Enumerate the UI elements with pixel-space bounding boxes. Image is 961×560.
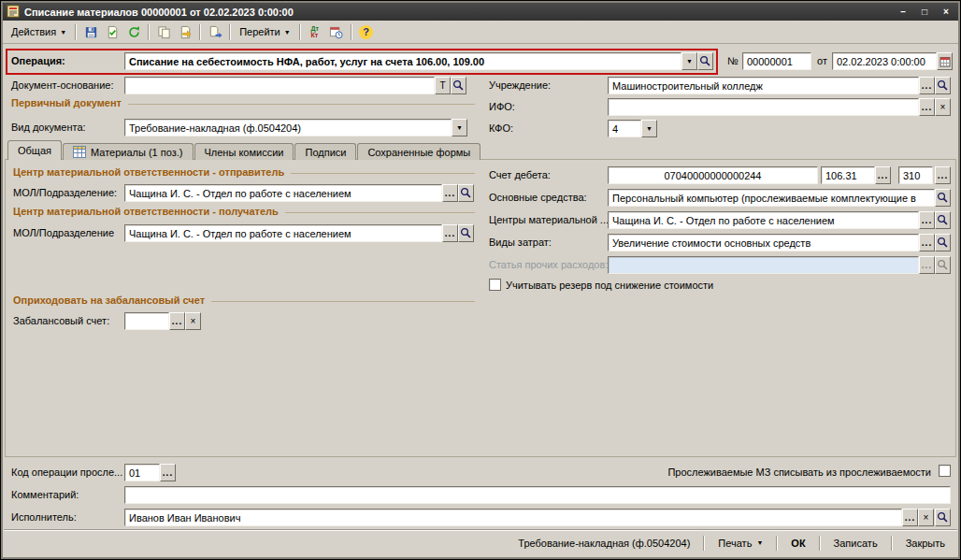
other-expenses-ellipsis-button: ... bbox=[919, 256, 935, 274]
institution-label: Учреждение: bbox=[489, 79, 551, 91]
receiver-mol-ellipsis-button[interactable]: ... bbox=[442, 224, 458, 242]
write-button[interactable]: Записать bbox=[825, 536, 886, 551]
other-expenses-label: Статья прочих расходов: bbox=[489, 259, 608, 270]
operation-field[interactable]: Списание на себестоимость НФА, работ, ус… bbox=[124, 52, 681, 70]
basis-type-button[interactable]: Т bbox=[435, 77, 451, 94]
kfo-field[interactable]: 4 bbox=[608, 120, 641, 137]
magnifier-icon bbox=[937, 259, 949, 271]
sender-mol-field[interactable]: Чащина И. С. - Отдел по работе с населен… bbox=[124, 184, 442, 202]
ok-button[interactable]: ОК bbox=[782, 536, 813, 551]
maximize-button[interactable]: □ bbox=[916, 5, 933, 19]
offbalance-field[interactable] bbox=[124, 312, 169, 330]
material-centers-field[interactable]: Чащина И. С. - Отдел по работе с населен… bbox=[608, 211, 919, 229]
debit-kosgu-field[interactable]: 310 bbox=[898, 166, 933, 184]
magnifier-icon bbox=[460, 187, 472, 199]
tab-signatures[interactable]: Подписи bbox=[294, 143, 356, 160]
material-centers-ellipsis-button[interactable]: ... bbox=[919, 211, 935, 229]
date-field[interactable]: 02.02.2023 0:00:00 bbox=[832, 52, 937, 70]
sender-mol-select-button[interactable] bbox=[458, 184, 474, 202]
section-sender: Центр материальной ответственности - отп… bbox=[13, 166, 475, 178]
doc-kind-dropdown-button[interactable]: ▼ bbox=[452, 119, 467, 136]
fixed-assets-select-button[interactable] bbox=[935, 189, 951, 207]
offbalance-clear-button[interactable]: × bbox=[185, 312, 201, 330]
date-calendar-button[interactable] bbox=[937, 52, 953, 70]
institution-select-button[interactable] bbox=[935, 77, 951, 94]
ifo-clear-button[interactable]: × bbox=[935, 98, 951, 116]
help-button[interactable]: ? bbox=[356, 22, 377, 41]
kfo-dropdown-button[interactable]: ▼ bbox=[641, 120, 657, 137]
tab-general[interactable]: Общая bbox=[7, 140, 62, 160]
refresh-icon bbox=[127, 25, 141, 39]
post-document-icon bbox=[106, 25, 120, 39]
copy-icon bbox=[157, 25, 171, 39]
cost-types-field[interactable]: Увеличение стоимости основных средств bbox=[608, 234, 919, 251]
copy-button[interactable] bbox=[153, 22, 174, 41]
doc-kind-label: Вид документа: bbox=[11, 122, 86, 133]
goto-button[interactable]: Перейти ▼ bbox=[235, 22, 295, 41]
debit-account-ellipsis-button[interactable]: ... bbox=[875, 166, 891, 184]
material-centers-select-button[interactable] bbox=[935, 211, 951, 229]
tab-commission-members[interactable]: Члены комиссии bbox=[194, 143, 294, 160]
cost-types-select-button[interactable] bbox=[935, 234, 951, 251]
footer-document-form-button[interactable]: Требование-накладная (ф.0504204) bbox=[509, 536, 698, 551]
debit-classification-field[interactable]: 07040000000000244 bbox=[608, 166, 818, 184]
chevron-down-icon: ▼ bbox=[456, 124, 463, 131]
enter-on-basis-button[interactable] bbox=[205, 22, 225, 41]
fixed-assets-field[interactable]: Персональный компьютер (прослеживаемые к… bbox=[608, 189, 935, 207]
operation-select-button[interactable] bbox=[697, 52, 713, 70]
executor-field[interactable]: Иванов Иван Иванович bbox=[124, 509, 902, 526]
footer-separator bbox=[703, 536, 705, 551]
tab-saved-forms[interactable]: Сохраненные формы bbox=[357, 143, 480, 160]
institution-ellipsis-button[interactable]: ... bbox=[919, 77, 935, 94]
magnifier-icon bbox=[937, 511, 949, 524]
chevron-down-icon: ▼ bbox=[60, 29, 66, 36]
traceable-label: Прослеживаемые МЗ списывать из прослежив… bbox=[645, 467, 931, 478]
doc-kind-field[interactable]: Требование-накладная (ф.0504204) bbox=[124, 119, 452, 136]
op-code-ellipsis-button[interactable]: ... bbox=[160, 464, 176, 481]
offbalance-ellipsis-button[interactable]: ... bbox=[169, 312, 185, 330]
executor-ellipsis-button[interactable]: ... bbox=[902, 509, 918, 526]
sender-mol-ellipsis-button[interactable]: ... bbox=[442, 184, 458, 202]
save-icon bbox=[84, 25, 98, 39]
tab-bar: Общая Материалы (1 поз.) Члены комиссии … bbox=[7, 140, 481, 160]
basis-select-button[interactable] bbox=[451, 77, 466, 94]
comment-field[interactable] bbox=[124, 486, 951, 504]
number-field[interactable]: 00000001 bbox=[742, 52, 811, 70]
schedule-button[interactable] bbox=[326, 22, 347, 41]
kfo-label: КФО: bbox=[489, 122, 513, 134]
minimize-button[interactable]: – bbox=[895, 5, 911, 19]
executor-select-button[interactable] bbox=[935, 509, 951, 526]
actions-button[interactable]: Действия ▼ bbox=[7, 22, 71, 41]
receiver-mol-select-button[interactable] bbox=[458, 224, 474, 242]
debit-account-field[interactable]: 106.31 bbox=[821, 166, 875, 184]
reserve-checkbox-label: Учитывать резерв под снижение стоимости bbox=[506, 280, 713, 291]
operation-dropdown-button[interactable]: ▼ bbox=[681, 52, 697, 70]
cost-types-ellipsis-button[interactable]: ... bbox=[919, 234, 935, 251]
reserve-checkbox[interactable] bbox=[489, 279, 501, 291]
institution-field[interactable]: Машиностроительный колледж bbox=[608, 77, 919, 94]
post-document-button[interactable] bbox=[102, 22, 122, 41]
sender-mol-label: МОЛ/Подразделение: bbox=[13, 187, 117, 198]
tab-materials[interactable]: Материалы (1 поз.) bbox=[63, 143, 194, 160]
debit-kosgu-ellipsis-button[interactable]: ... bbox=[935, 166, 951, 184]
executor-clear-button[interactable]: × bbox=[918, 509, 934, 526]
traceable-checkbox[interactable] bbox=[939, 465, 951, 477]
op-code-field[interactable]: 01 bbox=[124, 464, 160, 481]
create-on-basis-button[interactable] bbox=[175, 22, 195, 41]
save-button[interactable] bbox=[80, 22, 101, 41]
refresh-button[interactable] bbox=[123, 22, 144, 41]
offbalance-label: Забалансовый счет: bbox=[13, 315, 109, 326]
print-button[interactable]: Печать ▼ bbox=[710, 536, 771, 551]
toolbar: Действия ▼ Перейти ▼ ДтКт ? bbox=[3, 21, 958, 44]
ifo-field[interactable] bbox=[608, 98, 919, 116]
basis-field[interactable] bbox=[124, 77, 435, 94]
tab-label: Материалы (1 поз.) bbox=[91, 147, 183, 158]
debit-credit-icon: ДтКт bbox=[310, 25, 318, 38]
other-expenses-select-button bbox=[935, 256, 951, 274]
receiver-mol-field[interactable]: Чащина И. С. - Отдел по работе с населен… bbox=[124, 224, 442, 242]
close-form-button[interactable]: Закрыть bbox=[897, 536, 954, 551]
postings-button[interactable]: ДтКт bbox=[305, 22, 325, 41]
executor-label: Исполнитель: bbox=[11, 511, 77, 523]
close-button[interactable]: × bbox=[938, 5, 954, 19]
ifo-ellipsis-button[interactable]: ... bbox=[919, 98, 935, 116]
